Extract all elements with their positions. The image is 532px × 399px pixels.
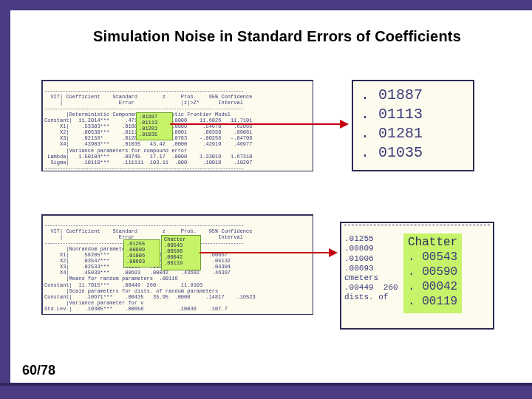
col-header-1: VIT| Coefficient Standard z Prob. 95% Co… [44, 228, 252, 234]
mag-val: . 01281 [361, 124, 466, 143]
hl-val: .00693 [126, 259, 145, 265]
row: Constant| 11.7015*** .00449 260 11.9103 [44, 282, 202, 288]
highlight-se-bottom-left: .01255 .00809 .01006 .00693 [123, 239, 160, 267]
section-label: |Nonrandom parameters [44, 246, 132, 252]
output-top: ----------------------------------------… [41, 80, 313, 171]
magnified-chatter: .01255 .00809 .01006 .00693 cmeters .004… [340, 222, 494, 330]
row: |Variance parameters for compound error [44, 148, 187, 154]
col-header-2: | Error |z|>Z* Interval [44, 100, 243, 106]
rule: ----------------------------------------… [44, 88, 244, 94]
mag-val: . 01887 [361, 86, 466, 105]
hl-val: .01035 [139, 132, 157, 137]
rule: ----------------------------------------… [44, 106, 244, 112]
row: Lambda| 1.50104*** .08745 17.17 .0000 1.… [44, 154, 252, 160]
slide-number: 60/78 [22, 363, 55, 378]
highlight-chatter-small: Chatter .00543 .00590 .00042 .00119 [161, 235, 201, 270]
magnified-se-top: . 01887 . 01113 . 01281 . 01035 [352, 80, 474, 171]
row: |Scale parameters for dists. of random p… [44, 288, 218, 294]
mag-left-context: .01255 .00809 .01006 .00693 cmeters .004… [344, 225, 398, 303]
decor-stripe-top [0, 0, 532, 10]
hl-val: .01006 [126, 253, 145, 259]
hl-val: .01281 [139, 126, 157, 132]
highlight-se-top: .01887 .01113 .01281 .01035 [136, 112, 173, 140]
row: Std.Lev.| .10305*** .00058 .10038 .107.7 [44, 306, 228, 312]
rule: ----------------------------------------… [44, 166, 244, 171]
hl-val: .00809 [126, 247, 145, 253]
mag-val: . 01113 [361, 105, 466, 124]
mag-val: . 01035 [361, 143, 466, 163]
chatter-column: Chatter . 00543 . 00590 . 00042 . 00119 [403, 233, 462, 313]
chatter-val: . 00042 [408, 279, 457, 294]
chatter-val: . 00590 [408, 265, 457, 279]
row: Constant| .10671*** .00435 35.95 .0000 .… [44, 294, 256, 300]
hl-val: .01255 [126, 241, 145, 247]
slide-title: Simulation Noise in Standard Errors of C… [44, 28, 510, 45]
decor-stripe-bottom [0, 386, 532, 399]
hl-val: .00590 [164, 248, 183, 254]
col-header-1: VIT| Coefficient Standard z Prob. 95% Co… [44, 94, 252, 100]
row: Sigma| .10110*** .111111 103.11 .000 .10… [44, 160, 252, 166]
chatter-val: . 00543 [408, 250, 457, 265]
hl-val: .01887 [139, 114, 157, 120]
chatter-label: Chatter [408, 235, 457, 250]
rule: ----------------------------------------… [44, 222, 244, 228]
hl-val: .00119 [164, 260, 183, 266]
row: X4| .43903*** .01035 43.42 .0000 .42919 … [44, 141, 252, 147]
row: X4| .45039*** .00693 .00042 .43682 .4639… [44, 270, 231, 276]
decor-stripe-left [0, 0, 10, 399]
hl-val: .00543 [164, 242, 183, 248]
hl-val: .01113 [139, 120, 157, 126]
hl-label: Chatter [164, 236, 185, 242]
rule: ----------------------------------------… [44, 312, 244, 315]
row: |Means for random parameters .00119 [44, 276, 178, 282]
hl-val: .00042 [164, 254, 183, 260]
chatter-val: . 00119 [408, 294, 457, 309]
row: |Variance parameter for v [44, 300, 143, 306]
